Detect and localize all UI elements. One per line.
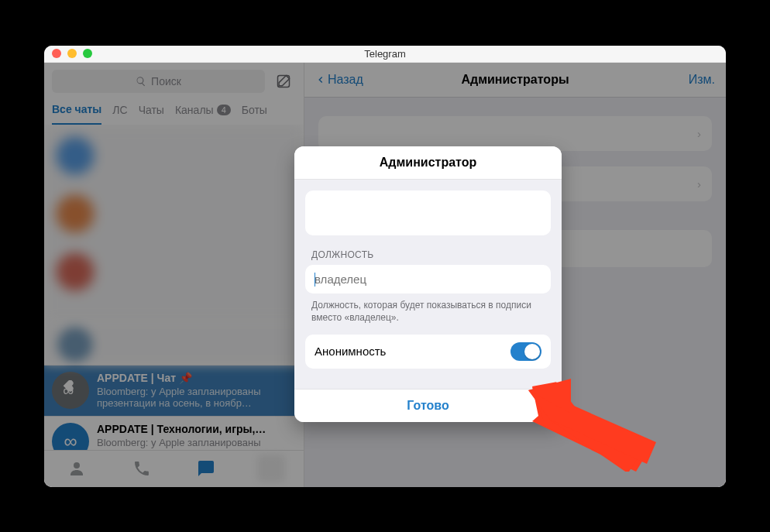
annotation-arrow <box>501 379 672 472</box>
maximize-window-icon[interactable] <box>83 49 92 58</box>
window-titlebar: Telegram <box>44 46 726 63</box>
role-help-text: Должность, которая будет показываться в … <box>305 293 551 324</box>
close-window-icon[interactable] <box>52 49 61 58</box>
anonymity-toggle[interactable] <box>510 342 541 361</box>
admin-user-card <box>305 190 551 235</box>
anonymity-row: Анонимность <box>305 335 551 369</box>
text-caret <box>315 273 315 287</box>
minimize-window-icon[interactable] <box>67 49 77 58</box>
modal-title: Администратор <box>294 146 562 180</box>
window-title: Telegram <box>44 48 726 60</box>
role-input[interactable] <box>305 265 551 293</box>
role-label: ДОЛЖНОСТЬ <box>305 249 551 265</box>
anonymity-label: Анонимность <box>315 345 386 358</box>
